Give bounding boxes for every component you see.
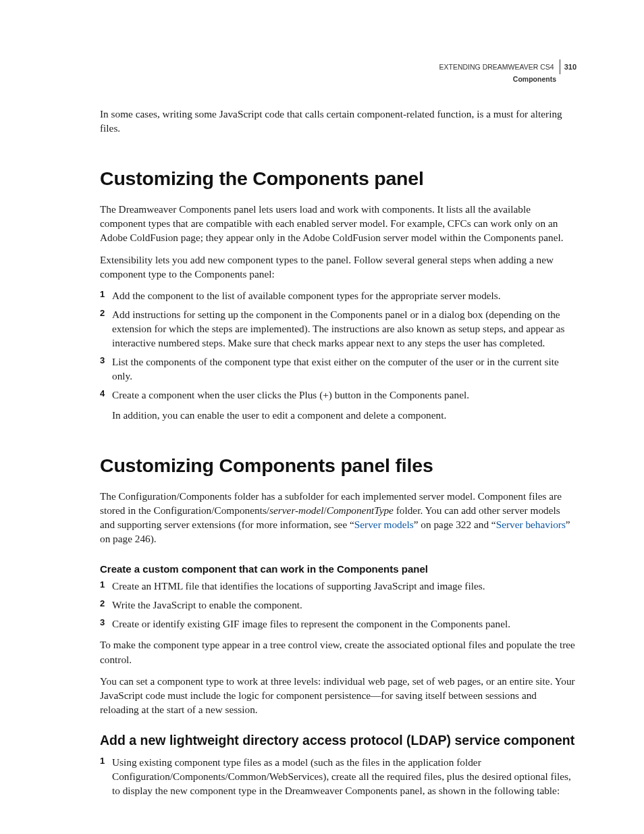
s1-step-2: Add instructions for setting up the comp…	[100, 307, 576, 350]
s1-step-4-text: Create a component when the user clicks …	[112, 389, 469, 400]
s2-p1-component-type: ComponentType	[327, 504, 394, 516]
s1-step-3-text: List the components of the component typ…	[112, 356, 559, 382]
s2-runin-heading: Create a custom component that can work …	[100, 563, 576, 575]
s1-step-4: Create a component when the user clicks …	[100, 388, 576, 421]
s1-step-2-text: Add instructions for setting up the comp…	[112, 309, 564, 348]
page-content: In some cases, writing some JavaScript c…	[100, 107, 576, 798]
intro-paragraph: In some cases, writing some JavaScript c…	[100, 107, 576, 135]
section-1-title: Customizing the Components panel	[100, 167, 576, 190]
s1-paragraph-2: Extensibility lets you add new component…	[100, 253, 576, 281]
header-divider	[560, 59, 560, 74]
s2-link-server-behaviors[interactable]: Server behaviors	[496, 519, 566, 530]
s2-p1-f: ” on page 322 and “	[414, 519, 496, 530]
s1-step-3: List the components of the component typ…	[100, 355, 576, 383]
s2-paragraph-1: The Configuration/Components folder has …	[100, 489, 576, 546]
s1-step-1: Add the component to the list of availab…	[100, 288, 576, 303]
s2-step-1-text: Create an HTML file that identifies the …	[112, 580, 485, 592]
s2-paragraph-3: You can set a component type to work at …	[100, 674, 576, 716]
s2-steps: Create an HTML file that identifies the …	[100, 579, 576, 631]
s2-step-2: Write the JavaScript to enable the compo…	[100, 598, 576, 612]
s1-steps: Add the component to the list of availab…	[100, 288, 576, 422]
s2-link-server-models[interactable]: Server models	[354, 519, 414, 530]
s2-sub-steps: Using existing component type files as a…	[100, 755, 576, 798]
s2-sub-step-1: Using existing component type files as a…	[100, 755, 576, 798]
s1-step-4-followon: In addition, you can enable the user to …	[112, 408, 576, 422]
s2-step-3: Create or identify existing GIF image fi…	[100, 617, 576, 631]
s2-step-3-text: Create or identify existing GIF image fi…	[112, 618, 510, 629]
page-header: EXTENDING DREAMWEAVER CS4 310 Components	[439, 59, 576, 84]
s2-paragraph-2: To make the component type appear in a t…	[100, 637, 576, 666]
s2-p1-server-model: server-model	[269, 504, 323, 516]
header-section: Components	[439, 74, 556, 84]
s2-step-1: Create an HTML file that identifies the …	[100, 579, 576, 593]
section-2-title: Customizing Components panel files	[100, 454, 576, 477]
page-number: 310	[564, 62, 576, 72]
s2-step-2-text: Write the JavaScript to enable the compo…	[112, 599, 302, 610]
book-title: EXTENDING DREAMWEAVER CS4	[439, 62, 554, 72]
s1-step-1-text: Add the component to the list of availab…	[112, 290, 501, 301]
s1-paragraph-1: The Dreamweaver Components panel lets us…	[100, 202, 576, 244]
page: EXTENDING DREAMWEAVER CS4 310 Components…	[0, 0, 644, 834]
s2-sub-title: Add a new lightweight directory access p…	[100, 733, 576, 748]
s2-sub-step-1-text: Using existing component type files as a…	[112, 756, 571, 796]
